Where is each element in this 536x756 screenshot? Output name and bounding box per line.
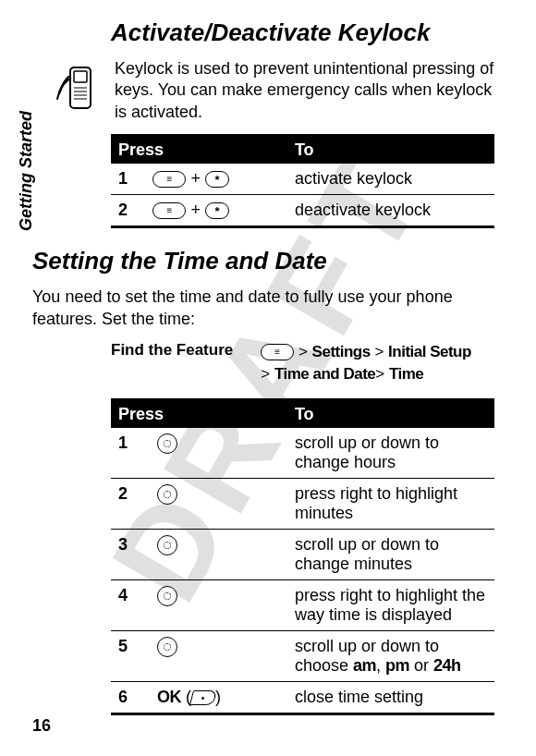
star-key-icon: * [205, 202, 229, 219]
step-press: OK (•) [150, 681, 287, 713]
step-action: scroll up or down to change hours [287, 428, 494, 479]
step-press [150, 529, 287, 579]
table-header-press: Press [111, 399, 287, 428]
page-number: 16 [32, 716, 51, 736]
step-number: 3 [111, 529, 150, 579]
step-number: 1 [111, 428, 150, 479]
step-action: press right to highlight the way time is… [287, 579, 494, 630]
nav-key-icon [157, 484, 177, 505]
step-press [150, 478, 287, 529]
svg-rect-1 [74, 71, 87, 82]
menu-key-icon: ≡ [152, 171, 186, 188]
step-number: 6 [111, 681, 150, 713]
phone-illustration-icon [55, 64, 104, 117]
section-title-keylock: Activate/Deactivate Keylock [111, 18, 494, 47]
table-row: 3 scroll up or down to change minutes [111, 529, 494, 579]
step-action: deactivate keylock [287, 195, 494, 227]
right-softkey-icon: • [189, 690, 217, 705]
step-action: scroll up or down to choose am, pm or 24… [287, 630, 494, 681]
step-number: 2 [111, 195, 145, 227]
feature-path: ≡ > Settings > Initial Setup > Time and … [261, 341, 471, 385]
table-row: 5 scroll up or down to choose am, pm or … [111, 630, 494, 681]
menu-key-icon: ≡ [261, 344, 294, 360]
step-action: close time setting [287, 681, 494, 713]
menu-key-icon: ≡ [152, 202, 186, 219]
find-feature-label: Find the Feature [111, 341, 233, 385]
table-row: 6 OK (•) close time setting [111, 681, 494, 713]
nav-key-icon [157, 586, 177, 606]
keylock-table: Press To 1 ≡ + * activate keylock 2 ≡ + … [111, 134, 494, 228]
step-number: 1 [111, 164, 145, 195]
table-row: 4 press right to highlight the way time … [111, 579, 494, 630]
table-row: 2 ≡ + * deactivate keylock [111, 195, 494, 227]
keylock-intro-text: Keylock is used to prevent unintentional… [115, 58, 494, 123]
step-action: activate keylock [287, 164, 494, 195]
step-action: scroll up or down to change minutes [287, 529, 494, 579]
nav-key-icon [157, 433, 177, 454]
time-date-intro-text: You need to set the time and date to ful… [32, 287, 494, 330]
step-number: 5 [111, 630, 150, 681]
table-header-press: Press [111, 136, 287, 165]
step-press: ≡ + * [145, 195, 287, 227]
table-row: 2 press right to highlight minutes [111, 478, 494, 529]
side-section-label: Getting Started [17, 111, 36, 231]
nav-key-icon [157, 535, 177, 555]
step-press [150, 579, 287, 630]
step-press [150, 428, 287, 479]
time-date-table: Press To 1 scroll up or down to change h… [111, 398, 494, 715]
section-title-time-date: Setting the Time and Date [32, 247, 494, 275]
table-row: 1 ≡ + * activate keylock [111, 164, 494, 195]
table-header-to: To [287, 136, 494, 165]
table-row: 1 scroll up or down to change hours [111, 428, 494, 479]
page-content: Getting Started Activate/Deactivate Keyl… [0, 0, 536, 756]
step-action: press right to highlight minutes [287, 478, 494, 529]
nav-key-icon [157, 637, 177, 657]
table-header-to: To [287, 399, 494, 428]
step-number: 2 [111, 478, 150, 529]
step-press: ≡ + * [145, 164, 287, 195]
step-number: 4 [111, 579, 150, 630]
star-key-icon: * [205, 171, 229, 188]
step-press [150, 630, 287, 681]
